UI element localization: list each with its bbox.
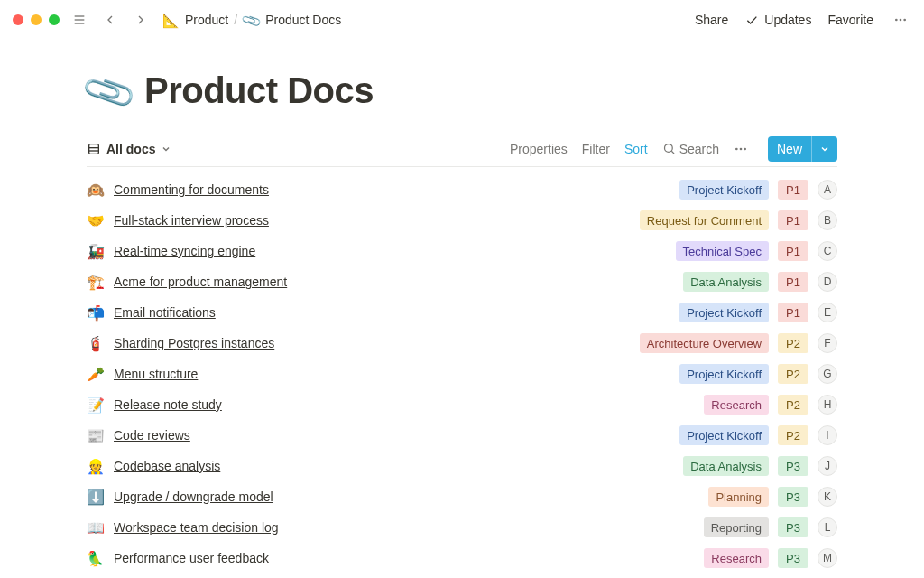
table-row[interactable]: 🥕 Menu structure Project Kickoff P2 G <box>87 359 837 389</box>
priority-badge[interactable]: P1 <box>778 180 808 200</box>
doc-icon: 📖 <box>87 519 105 536</box>
doc-icon: ⬇️ <box>87 489 105 506</box>
assignee-avatar[interactable]: D <box>818 272 837 292</box>
sidebar-toggle-icon[interactable] <box>69 9 90 31</box>
doc-icon: 📰 <box>87 427 105 444</box>
close-window-icon[interactable] <box>13 14 23 25</box>
assignee-avatar[interactable]: F <box>818 333 837 353</box>
page-icon[interactable]: 📎 <box>80 64 137 118</box>
assignee-avatar[interactable]: H <box>818 395 837 415</box>
table-row[interactable]: 📬 Email notifications Project Kickoff P1… <box>87 297 837 328</box>
new-button-dropdown[interactable] <box>811 136 837 162</box>
priority-badge[interactable]: P2 <box>778 333 808 353</box>
list-icon <box>87 142 101 156</box>
doc-title-link[interactable]: Commenting for documents <box>114 182 269 197</box>
filter-button[interactable]: Filter <box>582 142 610 156</box>
priority-badge[interactable]: P3 <box>778 548 808 568</box>
assignee-avatar[interactable]: B <box>818 210 837 230</box>
assignee-avatar[interactable]: G <box>818 364 837 384</box>
table-row[interactable]: ⬇️ Upgrade / downgrade model Planning P3… <box>87 481 837 512</box>
table-row[interactable]: 🦜 Performance user feedback Research P3 … <box>87 543 837 573</box>
maximize-window-icon[interactable] <box>49 14 60 25</box>
assignee-avatar[interactable]: A <box>818 180 837 200</box>
table-row[interactable]: 🏗️ Acme for product management Data Anal… <box>87 266 837 297</box>
breadcrumb-item-product-docs[interactable]: 📎 Product Docs <box>243 13 341 27</box>
updates-button[interactable]: Updates <box>744 13 811 27</box>
doc-title-link[interactable]: Workspace team decision log <box>114 520 279 535</box>
category-tag[interactable]: Reporting <box>704 517 769 537</box>
category-tag[interactable]: Project Kickoff <box>679 303 769 322</box>
svg-rect-6 <box>89 144 99 154</box>
assignee-avatar[interactable]: K <box>818 487 837 507</box>
category-tag[interactable]: Request for Comment <box>640 210 769 230</box>
sort-button[interactable]: Sort <box>624 142 648 156</box>
doc-title-link[interactable]: Acme for product management <box>114 275 287 289</box>
doc-title-link[interactable]: Full-stack interview process <box>114 213 269 228</box>
favorite-label: Favorite <box>827 13 873 27</box>
doc-title-link[interactable]: Code reviews <box>114 428 190 443</box>
doc-title-link[interactable]: Release note study <box>114 397 222 412</box>
priority-badge[interactable]: P3 <box>778 456 808 476</box>
svg-point-11 <box>735 147 738 150</box>
breadcrumb-label: Product Docs <box>265 13 341 27</box>
page-content: 📎 Product Docs All docs Properties Filte… <box>0 40 924 573</box>
priority-badge[interactable]: P1 <box>778 303 808 322</box>
doc-icon: 🦜 <box>87 550 105 567</box>
nav-forward-icon[interactable] <box>130 9 152 31</box>
priority-badge[interactable]: P1 <box>778 241 808 261</box>
svg-point-9 <box>664 144 672 153</box>
table-row[interactable]: 📝 Release note study Research P2 H <box>87 389 837 420</box>
view-selector[interactable]: All docs <box>87 142 171 156</box>
category-tag[interactable]: Project Kickoff <box>679 180 769 200</box>
priority-badge[interactable]: P1 <box>778 210 808 230</box>
new-button[interactable]: New <box>768 136 837 162</box>
doc-icon: 🚂 <box>87 243 105 260</box>
assignee-avatar[interactable]: I <box>818 425 837 445</box>
search-button[interactable]: Search <box>662 142 719 156</box>
minimize-window-icon[interactable] <box>31 14 42 25</box>
doc-title-link[interactable]: Performance user feedback <box>114 551 269 565</box>
doc-title-link[interactable]: Codebase analysis <box>114 459 220 473</box>
doc-title-link[interactable]: Real-time syncing engine <box>114 244 255 258</box>
doc-title-link[interactable]: Email notifications <box>114 305 216 320</box>
table-row[interactable]: 🧯 Sharding Postgres instances Architectu… <box>87 328 837 359</box>
svg-point-5 <box>903 19 906 22</box>
category-tag[interactable]: Data Analysis <box>683 272 769 292</box>
properties-button[interactable]: Properties <box>510 142 568 156</box>
more-menu-icon[interactable] <box>890 9 911 31</box>
table-row[interactable]: 🤝 Full-stack interview process Request f… <box>87 205 837 236</box>
doc-title-link[interactable]: Upgrade / downgrade model <box>114 489 273 504</box>
category-tag[interactable]: Research <box>704 548 769 568</box>
breadcrumb-item-product[interactable]: 📐 Product <box>162 13 228 27</box>
table-row[interactable]: 👷 Codebase analysis Data Analysis P3 J <box>87 451 837 481</box>
priority-badge[interactable]: P3 <box>778 517 808 537</box>
priority-badge[interactable]: P3 <box>778 487 808 507</box>
priority-badge[interactable]: P2 <box>778 425 808 445</box>
category-tag[interactable]: Research <box>704 395 769 415</box>
priority-badge[interactable]: P1 <box>778 272 808 292</box>
assignee-avatar[interactable]: E <box>818 303 837 322</box>
favorite-button[interactable]: Favorite <box>827 13 873 27</box>
assignee-avatar[interactable]: L <box>818 517 837 537</box>
share-button[interactable]: Share <box>695 13 728 27</box>
doc-title-link[interactable]: Sharding Postgres instances <box>114 336 274 350</box>
category-tag[interactable]: Architecture Overview <box>640 333 769 353</box>
assignee-avatar[interactable]: M <box>818 548 837 568</box>
page-title[interactable]: Product Docs <box>144 70 374 111</box>
assignee-avatar[interactable]: J <box>818 456 837 476</box>
nav-back-icon[interactable] <box>99 9 121 31</box>
category-tag[interactable]: Planning <box>708 487 769 507</box>
category-tag[interactable]: Data Analysis <box>683 456 769 476</box>
priority-badge[interactable]: P2 <box>778 395 808 415</box>
table-row[interactable]: 🙉 Commenting for documents Project Kicko… <box>87 174 837 205</box>
priority-badge[interactable]: P2 <box>778 364 808 384</box>
assignee-avatar[interactable]: C <box>818 241 837 261</box>
table-row[interactable]: 📰 Code reviews Project Kickoff P2 I <box>87 420 837 451</box>
category-tag[interactable]: Project Kickoff <box>679 364 769 384</box>
view-more-icon[interactable] <box>734 142 753 156</box>
category-tag[interactable]: Project Kickoff <box>679 425 769 445</box>
table-row[interactable]: 🚂 Real-time syncing engine Technical Spe… <box>87 236 837 266</box>
table-row[interactable]: 📖 Workspace team decision log Reporting … <box>87 512 837 543</box>
category-tag[interactable]: Technical Spec <box>676 241 769 261</box>
doc-title-link[interactable]: Menu structure <box>114 367 198 381</box>
